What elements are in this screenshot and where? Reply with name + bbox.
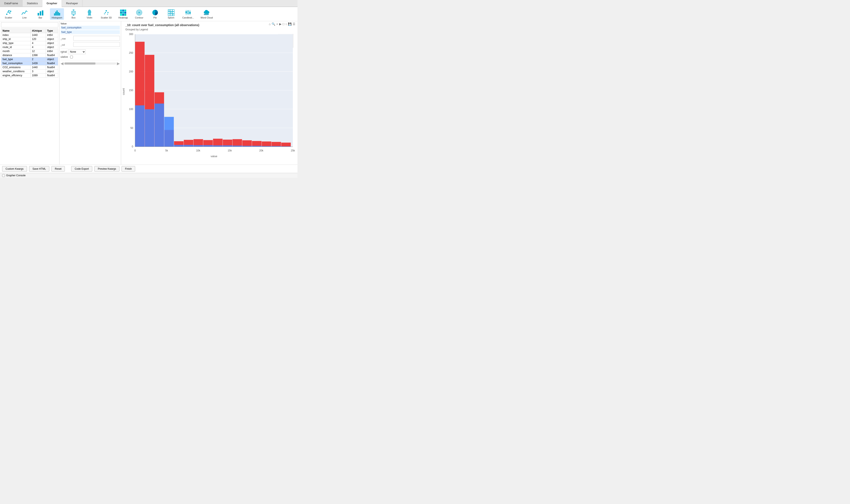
value-field-2[interactable]: fuel_type xyxy=(60,30,120,34)
cell-unique: 3 xyxy=(31,69,46,73)
cell-unique: 120 xyxy=(31,37,46,41)
finish-button[interactable]: Finish xyxy=(122,166,135,172)
code-export-button[interactable]: Code Export xyxy=(71,166,92,172)
add-icon[interactable]: + xyxy=(276,22,278,26)
col-header-name[interactable]: Name xyxy=(1,29,31,33)
lasso-icon[interactable]: ▶ xyxy=(279,22,282,26)
col-header-unique[interactable]: #Unique xyxy=(31,29,46,33)
pan-icon[interactable]: ↕ xyxy=(285,22,287,26)
tab-reshaper[interactable]: Reshaper xyxy=(62,0,83,6)
table-row[interactable]: route_id 4 object xyxy=(1,45,58,49)
cell-name: distance xyxy=(1,53,31,57)
svg-point-22 xyxy=(105,12,106,13)
col-field-input[interactable] xyxy=(73,42,120,47)
scroll-x-bar[interactable]: ◀ ▶ xyxy=(60,61,120,66)
tool-wordcloud[interactable]: Word Cloud xyxy=(199,8,215,20)
y-label-300: 300 xyxy=(129,33,133,36)
tool-box[interactable]: Box xyxy=(67,8,80,20)
col-field-label: _col xyxy=(60,43,73,46)
custom-kwargs-button[interactable]: Custom Kwargs xyxy=(2,166,27,172)
cell-unique: 1440 xyxy=(31,33,46,37)
left-panel: Name #Unique Type index 1440 int64 ship_… xyxy=(0,21,59,165)
y-label-200: 200 xyxy=(129,70,133,73)
cell-type: int64 xyxy=(46,33,58,37)
tool-splom[interactable]: Splom xyxy=(165,8,177,20)
table-row[interactable]: month 12 int64 xyxy=(1,49,58,53)
svg-point-1 xyxy=(7,12,9,13)
mid-panel: Value fuel_consumption fuel_type _row _c… xyxy=(59,21,121,165)
cumulative-row: ulative xyxy=(60,55,120,58)
svg-rect-31 xyxy=(122,14,124,16)
value-field-1[interactable]: fuel_consumption xyxy=(60,26,120,30)
svg-rect-44 xyxy=(168,14,170,16)
table-row[interactable]: fuel_type 2 object xyxy=(1,57,58,61)
tool-bar[interactable]: Bar xyxy=(34,8,47,20)
row-field-input[interactable] xyxy=(73,36,120,40)
svg-point-2 xyxy=(9,12,11,14)
cell-name: month xyxy=(1,49,31,53)
bar-hfo-13 xyxy=(252,146,262,147)
search-input[interactable] xyxy=(1,22,58,28)
save-html-button[interactable]: Save HTML xyxy=(29,166,49,172)
save-icon[interactable]: 💾 xyxy=(288,22,291,26)
tool-scatter[interactable]: Scatter xyxy=(2,8,15,20)
table-row[interactable]: engine_efficiency 1089 float64 xyxy=(1,73,58,77)
cell-type: float64 xyxy=(46,73,58,77)
console-checkbox[interactable] xyxy=(2,174,5,177)
tool-scatter3d[interactable]: Scatter 3D xyxy=(99,8,113,20)
tool-line[interactable]: Line xyxy=(18,8,31,20)
y-label-0: 0 xyxy=(132,145,133,148)
marginal-select[interactable]: None rug box violin histogram xyxy=(68,50,86,54)
svg-point-3 xyxy=(8,10,10,12)
table-row[interactable]: ship_id 120 object xyxy=(1,37,58,41)
zoom-in-icon[interactable]: 🔍 xyxy=(271,22,275,26)
scroll-right-icon[interactable]: ▶ xyxy=(117,61,120,66)
cell-name: index xyxy=(1,33,31,37)
col-header-type[interactable]: Type xyxy=(46,29,58,33)
tool-candlestick[interactable]: Candlesti... xyxy=(181,8,196,20)
cell-unique: 1440 xyxy=(31,66,46,69)
row-field-label: _row xyxy=(60,37,73,40)
tool-histogram[interactable]: Histogram xyxy=(50,8,64,20)
tool-violin[interactable]: Violin xyxy=(83,8,96,20)
y-label-250: 250 xyxy=(129,51,133,54)
zoom-home-icon[interactable]: ⌂ xyxy=(269,22,270,26)
cell-name: ship_id xyxy=(1,37,31,41)
tab-bar: DataFrame Statistics Grapher Reshaper xyxy=(0,0,298,7)
bar-hfo-5 xyxy=(174,145,183,147)
cumulative-checkbox[interactable] xyxy=(70,56,73,58)
tool-wordcloud-label: Word Cloud xyxy=(200,16,213,19)
cell-unique: 12 xyxy=(31,49,46,53)
table-row[interactable]: index 1440 int64 xyxy=(1,33,58,37)
y-axis-title: count xyxy=(122,88,125,95)
y-label-150: 150 xyxy=(129,89,133,92)
preview-kwargs-button[interactable]: Preview Kwargs xyxy=(94,166,120,172)
tool-pie[interactable]: Pie xyxy=(149,8,161,20)
svg-point-20 xyxy=(106,10,107,12)
table-row[interactable]: ship_type 4 object xyxy=(1,41,58,45)
tool-contour[interactable]: Contour xyxy=(133,8,145,20)
cell-type: object xyxy=(46,45,58,49)
scroll-left-icon[interactable]: ◀ xyxy=(60,61,64,66)
tab-grapher[interactable]: Grapher xyxy=(42,0,62,7)
svg-rect-10 xyxy=(56,11,58,16)
table-row[interactable]: weather_conditions 3 object xyxy=(1,69,58,73)
tool-line-label: Line xyxy=(22,16,27,19)
x-label-0: 0 xyxy=(134,149,136,152)
settings-icon[interactable]: ☰ xyxy=(293,22,295,26)
bottom-bar: Custom Kwargs Save HTML Reset Code Expor… xyxy=(0,165,298,173)
cell-type: object xyxy=(46,69,58,73)
svg-rect-45 xyxy=(170,14,172,16)
table-row[interactable]: CO2_emissions 1440 float64 xyxy=(1,66,58,69)
cell-type: object xyxy=(46,57,58,61)
bar-diesel-15 xyxy=(271,142,281,147)
table-row[interactable]: distance 1398 float64 xyxy=(1,53,58,57)
tool-heatmap[interactable]: Heatmap xyxy=(117,8,130,20)
bar-hfo-3 xyxy=(155,104,164,147)
reset-button[interactable]: Reset xyxy=(51,166,65,172)
table-row[interactable]: fuel_consumption 1439 float64 xyxy=(1,61,58,66)
tab-statistics[interactable]: Statistics xyxy=(22,0,42,6)
bar-diesel-14 xyxy=(262,141,271,147)
select-icon[interactable]: □ xyxy=(283,22,284,26)
tab-dataframe[interactable]: DataFrame xyxy=(0,0,22,6)
